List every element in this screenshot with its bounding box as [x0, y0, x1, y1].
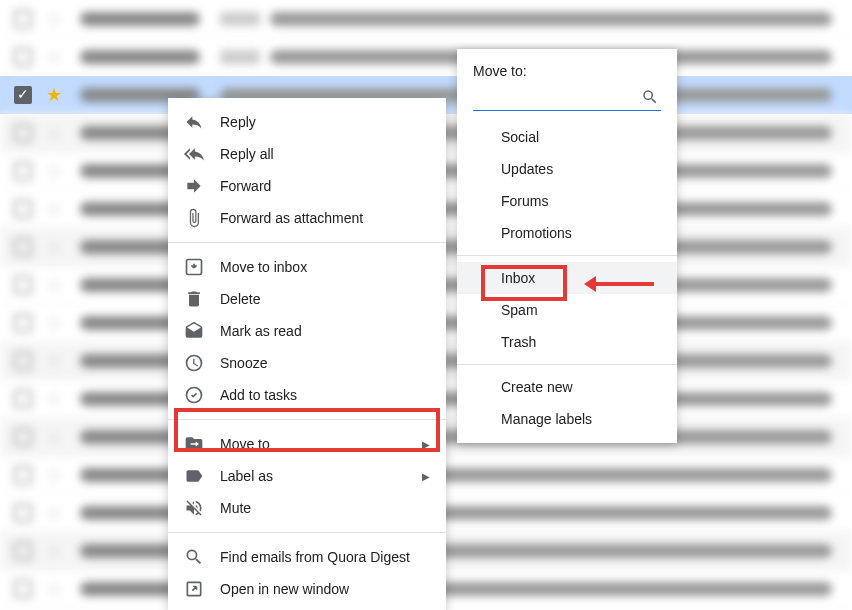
menu-reply-all[interactable]: Reply all — [168, 138, 446, 170]
menu-label: Move to inbox — [220, 259, 430, 275]
folder-move-icon — [184, 434, 204, 454]
forward-icon — [184, 176, 204, 196]
chevron-right-icon: ▶ — [422, 439, 430, 450]
menu-label: Mute — [220, 500, 430, 516]
menu-label-as[interactable]: Label as ▶ — [168, 460, 446, 492]
menu-label: Reply — [220, 114, 430, 130]
menu-divider — [168, 242, 446, 243]
menu-add-to-tasks[interactable]: Add to tasks — [168, 379, 446, 411]
submenu-spam[interactable]: Spam — [457, 294, 677, 326]
menu-label: Open in new window — [220, 581, 430, 597]
submenu-divider — [457, 364, 677, 365]
submenu-title: Move to: — [457, 63, 677, 85]
menu-label: Forward — [220, 178, 430, 194]
move-to-submenu: Move to: Social Updates Forums Promotion… — [457, 49, 677, 443]
submenu-inbox[interactable]: Inbox — [457, 262, 677, 294]
clock-icon — [184, 353, 204, 373]
menu-snooze[interactable]: Snooze — [168, 347, 446, 379]
search-icon — [641, 88, 659, 106]
submenu-manage-labels[interactable]: Manage labels — [457, 403, 677, 435]
submenu-search-input[interactable] — [473, 85, 661, 111]
submenu-forums[interactable]: Forums — [457, 185, 677, 217]
menu-label: Reply all — [220, 146, 430, 162]
search-icon — [184, 547, 204, 567]
mute-icon — [184, 498, 204, 518]
attachment-icon — [184, 208, 204, 228]
menu-delete[interactable]: Delete — [168, 283, 446, 315]
open-new-icon — [184, 579, 204, 599]
submenu-social[interactable]: Social — [457, 121, 677, 153]
star-icon[interactable]: ★ — [46, 85, 66, 105]
submenu-create-new[interactable]: Create new — [457, 371, 677, 403]
menu-label: Move to — [220, 436, 422, 452]
menu-label: Delete — [220, 291, 430, 307]
tasks-icon — [184, 385, 204, 405]
menu-label: Find emails from Quora Digest — [220, 549, 430, 565]
inbox-icon — [184, 257, 204, 277]
reply-icon — [184, 112, 204, 132]
menu-forward-attachment[interactable]: Forward as attachment — [168, 202, 446, 234]
menu-label: Label as — [220, 468, 422, 484]
reply-all-icon — [184, 144, 204, 164]
menu-mark-as-read[interactable]: Mark as read — [168, 315, 446, 347]
menu-mute[interactable]: Mute — [168, 492, 446, 524]
menu-forward[interactable]: Forward — [168, 170, 446, 202]
menu-label: Forward as attachment — [220, 210, 430, 226]
trash-icon — [184, 289, 204, 309]
menu-find-emails[interactable]: Find emails from Quora Digest — [168, 541, 446, 573]
submenu-divider — [457, 255, 677, 256]
menu-move-to[interactable]: Move to ▶ — [168, 428, 446, 460]
menu-label: Mark as read — [220, 323, 430, 339]
menu-label: Add to tasks — [220, 387, 430, 403]
menu-open-new-window[interactable]: Open in new window — [168, 573, 446, 605]
submenu-updates[interactable]: Updates — [457, 153, 677, 185]
chevron-right-icon: ▶ — [422, 471, 430, 482]
menu-move-to-inbox[interactable]: Move to inbox — [168, 251, 446, 283]
context-menu: Reply Reply all Forward Forward as attac… — [168, 98, 446, 610]
menu-divider — [168, 419, 446, 420]
label-icon — [184, 466, 204, 486]
submenu-promotions[interactable]: Promotions — [457, 217, 677, 249]
menu-label: Snooze — [220, 355, 430, 371]
submenu-trash[interactable]: Trash — [457, 326, 677, 358]
menu-divider — [168, 532, 446, 533]
envelope-open-icon — [184, 321, 204, 341]
row-checkbox[interactable] — [14, 86, 32, 104]
menu-reply[interactable]: Reply — [168, 106, 446, 138]
